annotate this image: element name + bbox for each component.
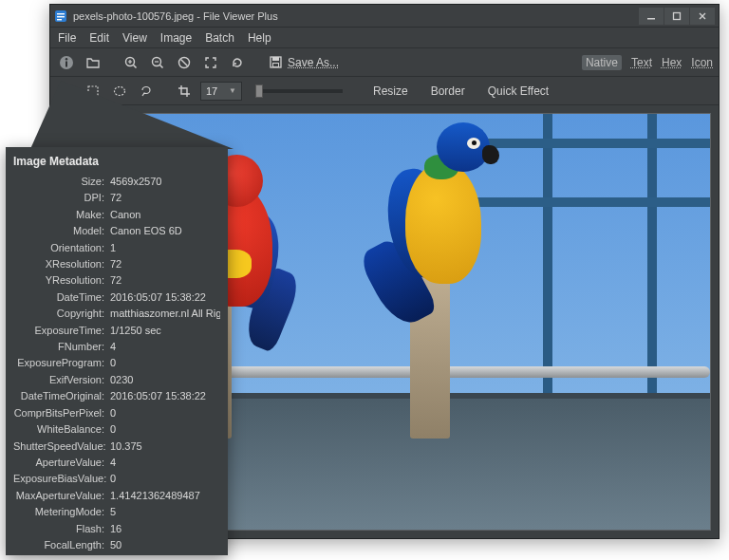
metadata-value: 72 — [110, 272, 220, 289]
metadata-row: DateTimeOriginal:2016:05:07 15:38:22 — [13, 388, 220, 404]
viewmode-hex[interactable]: Hex — [662, 56, 682, 69]
metadata-value: 0230 — [110, 372, 220, 388]
menu-image[interactable]: Image — [160, 31, 192, 45]
svg-rect-7 — [65, 61, 67, 66]
metadata-value: 0 — [110, 421, 220, 438]
metadata-key: ApertureValue: — [13, 455, 110, 471]
metadata-row: YResolution:72 — [13, 272, 220, 289]
menu-file[interactable]: File — [58, 31, 76, 45]
metadata-value: 10.375 — [110, 439, 220, 455]
metadata-value: 1.41421362489487 — [110, 488, 220, 504]
metadata-value: 0 — [110, 405, 220, 421]
toolbar-primary: Save As... Native Text Hex Icon — [50, 48, 719, 77]
metadata-value: 4 — [110, 339, 220, 355]
metadata-row: WhiteBalance:0 — [13, 421, 220, 438]
metadata-row: ExifVersion:0230 — [13, 372, 220, 388]
metadata-key: DPI: — [13, 190, 110, 206]
minimize-button[interactable] — [639, 8, 664, 25]
metadata-key: FNumber: — [13, 339, 110, 355]
metadata-value: 5 — [110, 504, 220, 520]
metadata-value: 0 — [110, 471, 220, 487]
metadata-row: ExposureBiasValue:0 — [13, 471, 220, 487]
chevron-down-icon: ▼ — [229, 86, 236, 95]
menu-help[interactable]: Help — [248, 31, 271, 45]
zoom-in-icon[interactable] — [121, 52, 141, 73]
fit-screen-icon[interactable] — [200, 52, 221, 73]
metadata-value: 50 — [110, 537, 220, 553]
metadata-value: 2016:05:07 15:38:22 — [110, 289, 220, 306]
quick-effect-button[interactable]: Quick Effect — [488, 84, 549, 98]
metadata-value: 96 — [110, 553, 220, 555]
metadata-row: Copyright:matthiaszomer.nl All Rights Re… — [13, 306, 220, 322]
metadata-value: Canon EOS 6D — [110, 223, 220, 239]
metadata-row: ExposureTime:1/1250 sec — [13, 323, 220, 339]
metadata-key: Copyright: — [13, 306, 110, 322]
viewmode-icon[interactable]: Icon — [691, 56, 713, 69]
metadata-value: 1/1250 sec — [110, 323, 220, 339]
crop-icon[interactable] — [174, 81, 195, 102]
metadata-value: 0 — [110, 355, 220, 371]
close-button[interactable] — [690, 8, 715, 25]
metadata-row: MeteringMode:5 — [13, 504, 220, 520]
metadata-row: ShutterSpeedValue:10.375 — [13, 439, 220, 455]
menu-edit[interactable]: Edit — [89, 31, 109, 45]
metadata-key: MaxApertureValue: — [13, 488, 110, 504]
metadata-key: ExifVersion: — [13, 372, 110, 388]
metadata-row: Model:Canon EOS 6D — [13, 223, 220, 239]
metadata-row: Size:4569x2570 — [13, 174, 220, 190]
metadata-value: matthiaszomer.nl All Rights Res — [110, 306, 220, 322]
svg-rect-4 — [647, 18, 655, 20]
metadata-value: 72 — [110, 190, 220, 206]
resize-button[interactable]: Resize — [373, 84, 408, 98]
metadata-row: ComprBitsPerPixel:0 — [13, 405, 220, 421]
info-icon[interactable] — [56, 52, 77, 73]
metadata-row: Flash:16 — [13, 521, 220, 537]
menu-view[interactable]: View — [122, 31, 147, 45]
metadata-key: DateTime: — [13, 289, 110, 306]
marquee-select-icon[interactable] — [83, 81, 103, 102]
svg-rect-3 — [57, 19, 62, 20]
app-icon — [54, 9, 67, 23]
lasso-select-icon[interactable] — [136, 81, 157, 102]
metadata-row: FNumber:4 — [13, 339, 220, 355]
metadata-heading: Image Metadata — [13, 155, 220, 168]
open-folder-icon[interactable] — [83, 52, 103, 73]
menubar: File Edit View Image Batch Help — [50, 28, 719, 48]
menu-batch[interactable]: Batch — [205, 31, 234, 45]
metadata-value: 72 — [110, 256, 220, 272]
metadata-row: DateTime:2016:05:07 15:38:22 — [13, 289, 220, 306]
metadata-key: ExposureBiasValue: — [13, 471, 110, 487]
svg-point-8 — [65, 58, 67, 60]
zoom-slider[interactable] — [255, 89, 343, 93]
refresh-icon[interactable] — [227, 52, 248, 73]
metadata-row: Orientation:1 — [13, 240, 220, 256]
zoom-slider-knob[interactable] — [255, 84, 263, 98]
svg-rect-2 — [57, 16, 65, 17]
metadata-row: MaxApertureValue:1.41421362489487 — [13, 488, 220, 504]
border-button[interactable]: Border — [431, 84, 465, 98]
metadata-row: ExposureProgram:0 — [13, 355, 220, 371]
zoom-percent-dropdown[interactable]: 17 ▼ — [200, 82, 242, 101]
ellipse-select-icon[interactable] — [109, 81, 130, 102]
metadata-key: XResolution: — [13, 256, 110, 272]
metadata-key: Size: — [13, 174, 110, 190]
save-as-button[interactable]: Save As... — [269, 55, 339, 69]
image-content — [372, 117, 529, 307]
titlebar[interactable]: pexels-photo-100576.jpeg - File Viewer P… — [50, 5, 719, 28]
viewmode-native[interactable]: Native — [582, 55, 622, 70]
metadata-key: Model: — [13, 223, 110, 239]
view-mode-switcher: Native Text Hex Icon — [582, 55, 713, 70]
metadata-key: FocalLength: — [13, 537, 110, 553]
maximize-button[interactable] — [664, 8, 689, 25]
metadata-value: 16 — [110, 521, 220, 537]
metadata-key: YResolution: — [13, 272, 110, 289]
save-as-label: Save As... — [288, 56, 339, 69]
zoom-out-icon[interactable] — [147, 52, 168, 73]
metadata-value: 4 — [110, 455, 220, 471]
metadata-row: SubsecTimeOriginal:96 — [13, 553, 220, 555]
zoom-actual-icon[interactable] — [174, 52, 195, 73]
pan-hand-icon[interactable] — [56, 81, 77, 102]
metadata-key: ExposureProgram: — [13, 355, 110, 371]
zoom-percent-value: 17 — [206, 85, 217, 97]
viewmode-text[interactable]: Text — [631, 56, 652, 69]
